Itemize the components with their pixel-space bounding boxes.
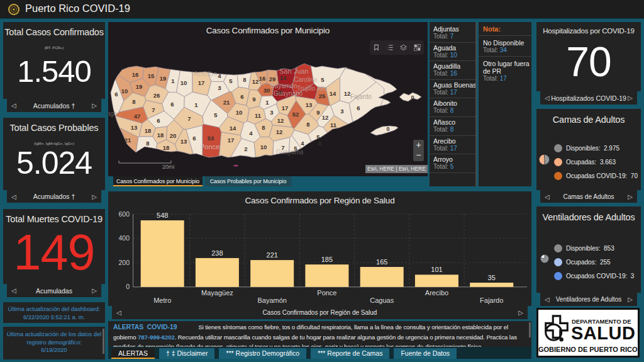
- svg-text:4: 4: [249, 130, 253, 137]
- svg-text:10: 10: [121, 88, 128, 94]
- svg-text:47: 47: [134, 113, 141, 120]
- svg-text:7: 7: [187, 115, 191, 122]
- svg-text:20mi: 20mi: [162, 164, 175, 170]
- svg-text:6: 6: [114, 91, 118, 98]
- svg-text:Guayama: Guayama: [276, 149, 304, 156]
- svg-text:0: 0: [411, 94, 414, 101]
- svg-text:4: 4: [301, 140, 304, 147]
- svg-text:13: 13: [306, 101, 313, 108]
- svg-text:17: 17: [282, 105, 289, 111]
- svg-text:11: 11: [330, 122, 337, 128]
- svg-text:185: 185: [321, 256, 333, 263]
- svg-text:Caguas: Caguas: [370, 297, 394, 304]
- svg-text:7: 7: [152, 106, 155, 113]
- svg-text:Bayamón: Bayamón: [257, 297, 286, 304]
- svg-text:Arecibo: Arecibo: [194, 70, 217, 77]
- svg-text:18: 18: [163, 144, 170, 151]
- svg-text:18: 18: [145, 127, 152, 134]
- svg-text:19: 19: [136, 83, 143, 90]
- svg-text:12: 12: [276, 128, 283, 135]
- svg-text:12: 12: [344, 90, 351, 97]
- svg-text:1: 1: [171, 77, 175, 84]
- svg-text:8: 8: [243, 76, 246, 83]
- svg-text:14: 14: [230, 125, 236, 132]
- svg-text:16: 16: [132, 71, 139, 78]
- svg-text:10: 10: [236, 109, 243, 116]
- svg-text:238: 238: [211, 249, 223, 257]
- svg-text:53: 53: [208, 135, 214, 142]
- svg-text:9: 9: [316, 109, 319, 116]
- svg-text:5: 5: [321, 76, 325, 83]
- svg-text:Carolina: Carolina: [294, 76, 318, 83]
- svg-text:3: 3: [318, 140, 321, 147]
- svg-text:6: 6: [157, 117, 160, 124]
- svg-text:52: 52: [292, 111, 299, 118]
- svg-text:35: 35: [488, 274, 496, 281]
- svg-text:10: 10: [260, 144, 267, 150]
- svg-text:Mayagüez: Mayagüez: [201, 289, 233, 297]
- svg-text:25: 25: [319, 93, 326, 99]
- svg-text:5: 5: [229, 77, 233, 84]
- svg-text:10: 10: [180, 79, 187, 86]
- svg-text:San Juan: San Juan: [279, 67, 308, 75]
- svg-text:8: 8: [306, 121, 309, 128]
- svg-text:17: 17: [198, 79, 205, 86]
- svg-text:Arecibo: Arecibo: [425, 289, 448, 297]
- svg-text:101: 101: [431, 266, 442, 273]
- svg-text:Ponce: Ponce: [317, 289, 336, 297]
- svg-text:13: 13: [180, 138, 187, 145]
- svg-text:Fajardo: Fajardo: [350, 93, 372, 100]
- svg-text:600: 600: [118, 210, 130, 218]
- svg-text:Fajardo: Fajardo: [480, 297, 503, 304]
- svg-text:200: 200: [118, 259, 130, 266]
- svg-text:3: 3: [340, 108, 343, 115]
- svg-text:12: 12: [252, 78, 259, 85]
- svg-text:17: 17: [228, 137, 235, 144]
- svg-text:14: 14: [280, 74, 287, 81]
- svg-text:9: 9: [252, 96, 255, 103]
- svg-text:4: 4: [218, 72, 221, 79]
- svg-text:548: 548: [157, 212, 168, 219]
- svg-text:3: 3: [270, 109, 273, 116]
- svg-text:29: 29: [269, 76, 276, 82]
- svg-text:1: 1: [194, 101, 198, 108]
- svg-text:18: 18: [157, 132, 164, 139]
- svg-text:0: 0: [386, 126, 389, 132]
- svg-text:0: 0: [126, 283, 130, 290]
- svg-text:6: 6: [357, 105, 360, 111]
- svg-text:19: 19: [160, 75, 167, 82]
- svg-text:3: 3: [218, 84, 221, 91]
- svg-text:5: 5: [214, 111, 218, 118]
- svg-text:Metro: Metro: [153, 297, 171, 304]
- svg-text:8: 8: [262, 124, 265, 131]
- svg-text:165: 165: [376, 258, 387, 266]
- svg-text:12: 12: [277, 117, 284, 124]
- svg-text:6: 6: [240, 93, 243, 100]
- svg-text:30: 30: [264, 87, 270, 94]
- svg-text:21: 21: [223, 99, 230, 106]
- svg-text:400: 400: [118, 234, 130, 242]
- svg-text:221: 221: [267, 251, 278, 259]
- svg-text:Ponce: Ponce: [200, 143, 219, 150]
- svg-text:8: 8: [132, 98, 135, 105]
- svg-text:21: 21: [125, 137, 131, 144]
- svg-text:12: 12: [322, 114, 329, 121]
- svg-text:Bayamón: Bayamón: [270, 82, 297, 89]
- svg-text:2: 2: [244, 145, 247, 152]
- svg-text:6: 6: [170, 101, 174, 108]
- svg-text:1: 1: [265, 99, 269, 106]
- svg-text:14: 14: [330, 90, 336, 97]
- svg-text:11: 11: [255, 112, 262, 119]
- svg-text:20: 20: [170, 132, 177, 139]
- svg-text:8: 8: [146, 140, 149, 147]
- svg-text:15: 15: [148, 72, 155, 79]
- svg-text:6: 6: [192, 135, 196, 142]
- svg-text:26: 26: [153, 92, 160, 99]
- svg-text:Guaynabo: Guaynabo: [274, 90, 303, 97]
- svg-text:16: 16: [259, 75, 266, 82]
- svg-text:age: age: [108, 110, 118, 117]
- svg-text:13: 13: [131, 124, 138, 131]
